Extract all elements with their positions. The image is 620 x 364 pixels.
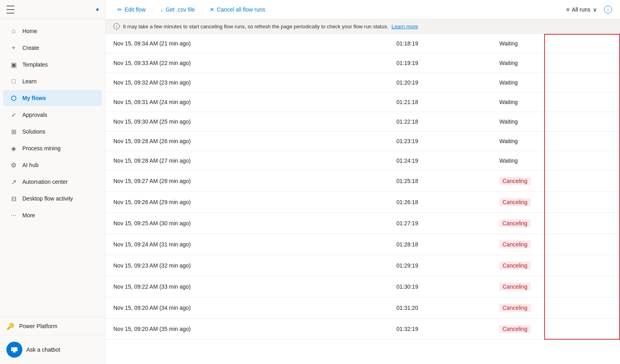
status-badge: Canceling — [499, 304, 531, 312]
sidebar-item-approvals[interactable]: ✓ Approvals — [3, 107, 102, 123]
status-badge: Canceling — [499, 198, 531, 206]
table-row[interactable]: Nov 15, 09:34 AM (21 min ago) 01:18:19 W… — [105, 34, 620, 53]
run-time: Nov 15, 09:20 AM (34 min ago) — [105, 297, 388, 319]
run-duration: 01:24:19 — [388, 151, 491, 171]
run-status: Canceling — [491, 171, 620, 192]
run-time: Nov 15, 09:32 AM (23 min ago) — [105, 73, 388, 92]
svg-rect-0 — [11, 347, 18, 351]
run-time: Nov 15, 09:30 AM (25 min ago) — [105, 112, 388, 132]
run-status: Waiting — [491, 151, 620, 171]
sidebar-item-ai-hub[interactable]: ⚙ AI hub — [3, 157, 102, 173]
table-row[interactable]: Nov 15, 09:26 AM (29 min ago) 01:26:18 C… — [105, 192, 620, 213]
run-duration: 01:30:19 — [388, 276, 491, 297]
cancel-icon: ✕ — [210, 6, 214, 13]
table-row[interactable]: Nov 15, 09:31 AM (24 min ago) 01:21:18 W… — [105, 92, 620, 112]
run-time: Nov 15, 09:28 AM (26 min ago) — [105, 132, 388, 151]
table-row[interactable]: Nov 15, 09:28 AM (26 min ago) 01:23:19 W… — [105, 132, 620, 151]
run-status: Canceling — [491, 276, 620, 297]
table-row[interactable]: Nov 15, 09:25 AM (30 min ago) 01:27:19 C… — [105, 213, 620, 234]
table-area: Nov 15, 09:34 AM (21 min ago) 01:18:19 W… — [105, 34, 620, 364]
table-row[interactable]: Nov 15, 09:20 AM (35 min ago) 01:32:19 C… — [105, 319, 620, 340]
flow-table: Nov 15, 09:34 AM (21 min ago) 01:18:19 W… — [105, 34, 620, 340]
templates-icon: ▣ — [10, 61, 18, 69]
sidebar-item-label-ai-hub: AI hub — [22, 162, 38, 168]
table-row[interactable]: Nov 15, 09:22 AM (33 min ago) 01:30:19 C… — [105, 276, 620, 297]
run-time: Nov 15, 09:27 AM (28 min ago) — [105, 171, 388, 192]
sidebar: ⌂ Home + Create ▣ Templates □ Learn ⬡ My… — [0, 0, 105, 364]
run-time: Nov 15, 09:28 AM (27 min ago) — [105, 151, 388, 171]
run-status: Waiting — [491, 73, 620, 92]
run-duration: 01:27:19 — [388, 213, 491, 234]
approvals-icon: ✓ — [10, 111, 18, 119]
automation-center-icon: ↗ — [10, 178, 18, 186]
table-row[interactable]: Nov 15, 09:30 AM (25 min ago) 01:22:18 W… — [105, 112, 620, 132]
sidebar-item-solutions[interactable]: ⊞ Solutions — [3, 124, 102, 140]
table-row[interactable]: Nov 15, 09:27 AM (28 min ago) 01:25:18 C… — [105, 171, 620, 192]
info-button[interactable]: i — [604, 6, 612, 14]
hamburger-icon[interactable] — [6, 6, 14, 14]
learn-icon: □ — [10, 77, 18, 85]
sidebar-nav: ⌂ Home + Create ▣ Templates □ Learn ⬡ My… — [0, 19, 105, 317]
sidebar-item-desktop-flow-activity[interactable]: ⊟ Desktop flow activity — [3, 191, 102, 207]
filter-icon: ≡ — [566, 6, 569, 13]
sidebar-item-my-flows[interactable]: ⬡ My flows — [3, 90, 102, 106]
sidebar-item-templates[interactable]: ▣ Templates — [3, 57, 102, 73]
sidebar-item-more[interactable]: ··· More — [3, 207, 102, 223]
run-duration: 01:21:18 — [388, 92, 491, 112]
run-status: Waiting — [491, 92, 620, 112]
sidebar-item-automation-center[interactable]: ↗ Automation center — [3, 174, 102, 190]
run-status: Waiting — [491, 34, 620, 53]
process-mining-icon: ◈ — [10, 144, 18, 152]
toolbar: ✏ Edit flow ↓ Get .csv file ✕ Cancel all… — [105, 0, 620, 19]
run-status: Canceling — [491, 213, 620, 234]
run-status: Canceling — [491, 234, 620, 255]
status-badge: Canceling — [499, 262, 531, 270]
run-time: Nov 15, 09:25 AM (30 min ago) — [105, 213, 388, 234]
status-badge: Waiting — [499, 79, 518, 86]
table-row[interactable]: Nov 15, 09:24 AM (31 min ago) 01:28:18 C… — [105, 234, 620, 255]
sidebar-footer: Ask a chatbot — [0, 335, 105, 364]
status-badge: Canceling — [499, 177, 531, 185]
run-duration: 01:28:18 — [388, 234, 491, 255]
run-time: Nov 15, 09:31 AM (24 min ago) — [105, 92, 388, 112]
create-icon: + — [10, 44, 18, 52]
sidebar-item-label-process-mining: Process mining — [22, 145, 61, 152]
toolbar-right: ≡ All runs ∨ i — [562, 4, 612, 15]
sidebar-item-home[interactable]: ⌂ Home — [3, 23, 102, 39]
status-badge: Canceling — [499, 219, 531, 227]
run-duration: 01:23:19 — [388, 132, 491, 151]
table-row[interactable]: Nov 15, 09:28 AM (27 min ago) 01:24:19 W… — [105, 151, 620, 171]
cancel-all-label: Cancel all flow runs — [217, 6, 265, 13]
chatbot-button[interactable] — [6, 342, 22, 358]
run-time: Nov 15, 09:34 AM (21 min ago) — [105, 34, 388, 53]
status-badge: Canceling — [499, 283, 531, 291]
get-csv-button[interactable]: ↓ Get .csv file — [156, 4, 199, 15]
status-badge: Waiting — [499, 99, 518, 105]
run-duration: 01:32:19 — [388, 319, 491, 340]
learn-more-link[interactable]: Learn more — [392, 24, 418, 30]
status-badge: Waiting — [499, 60, 518, 66]
cancel-all-button[interactable]: ✕ Cancel all flow runs — [206, 4, 269, 15]
sidebar-header — [0, 0, 105, 19]
info-bar-message: It may take a few minutes to start cance… — [123, 24, 388, 30]
all-runs-button[interactable]: ≡ All runs ∨ — [562, 4, 601, 15]
table-row[interactable]: Nov 15, 09:33 AM (22 min ago) 01:19:19 W… — [105, 53, 620, 73]
run-time: Nov 15, 09:33 AM (22 min ago) — [105, 53, 388, 73]
sidebar-item-create[interactable]: + Create — [3, 40, 102, 56]
sidebar-item-label-create: Create — [22, 45, 39, 51]
sidebar-item-label-learn: Learn — [22, 78, 37, 85]
my-flows-icon: ⬡ — [10, 94, 18, 102]
ai-hub-icon: ⚙ — [10, 161, 18, 169]
status-badge: Canceling — [499, 325, 531, 333]
table-row[interactable]: Nov 15, 09:20 AM (34 min ago) 01:31:20 C… — [105, 297, 620, 319]
table-row[interactable]: Nov 15, 09:32 AM (23 min ago) 01:20:19 W… — [105, 73, 620, 92]
sidebar-item-learn[interactable]: □ Learn — [3, 73, 102, 89]
edit-flow-button[interactable]: ✏ Edit flow — [113, 4, 150, 15]
run-status: Waiting — [491, 132, 620, 151]
sidebar-item-power-platform[interactable]: 🔑 Power Platform — [0, 317, 105, 335]
sidebar-item-process-mining[interactable]: ◈ Process mining — [3, 140, 102, 156]
desktop-flow-activity-icon: ⊟ — [10, 195, 18, 203]
status-badge: Waiting — [499, 157, 518, 164]
get-csv-label: Get .csv file — [166, 6, 195, 13]
table-row[interactable]: Nov 15, 09:23 AM (32 min ago) 01:29:19 C… — [105, 255, 620, 276]
